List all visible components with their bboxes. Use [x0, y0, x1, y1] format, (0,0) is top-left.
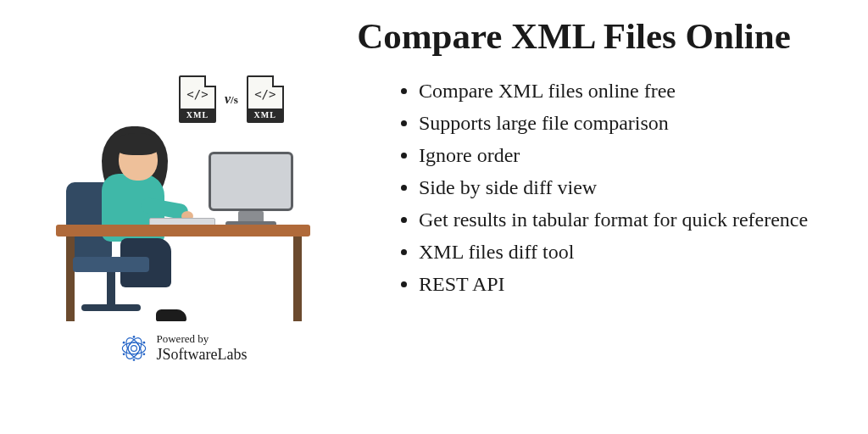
svg-point-6 — [132, 359, 135, 361]
feature-ul: Compare XML files online free Supports l… — [395, 75, 829, 299]
person-hair-front-icon — [114, 133, 161, 155]
monitor-icon — [209, 152, 293, 211]
list-item: Get results in tabular format for quick … — [419, 204, 829, 235]
svg-point-10 — [142, 353, 145, 355]
svg-point-8 — [142, 342, 145, 344]
xml-vs-badges: </> XML v/s </> XML — [179, 75, 284, 123]
person-shoe-icon — [156, 309, 186, 321]
credit-text: Powered by JSoftwareLabs — [157, 333, 248, 364]
feature-list: Compare XML files online free Supports l… — [336, 75, 837, 301]
page: Compare XML Files Online </> XML v/s </>… — [0, 0, 868, 434]
svg-point-4 — [123, 336, 144, 361]
vs-s: /s — [231, 93, 238, 106]
illustration: </> XML v/s </> XML — [47, 75, 319, 330]
illustration-column: </> XML v/s </> XML — [31, 75, 336, 364]
chair-base-icon — [81, 304, 141, 311]
list-item: Side by side diff view — [419, 172, 829, 203]
chair-pole-icon — [107, 272, 115, 306]
list-item: REST API — [419, 269, 829, 299]
xml-code-glyph: </> — [254, 87, 275, 101]
desk-leg-icon — [293, 236, 302, 321]
desk-top-icon — [56, 225, 310, 236]
xml-file-icon: </> XML — [247, 75, 284, 123]
desk-scene — [47, 123, 319, 330]
xml-label: XML — [248, 108, 282, 121]
brand-logo-icon — [120, 334, 148, 363]
svg-point-7 — [122, 342, 125, 344]
credits: Powered by JSoftwareLabs — [120, 333, 248, 364]
svg-point-0 — [131, 345, 136, 351]
xml-code-glyph: </> — [186, 87, 208, 101]
chair-seat-icon — [73, 257, 149, 272]
list-item: Ignore order — [419, 140, 829, 170]
list-item: XML files diff tool — [419, 236, 829, 267]
list-item: Compare XML files online free — [419, 75, 829, 106]
content-row: </> XML v/s </> XML — [31, 75, 837, 364]
list-item: Supports large file comparison — [419, 108, 829, 138]
xml-file-icon: </> XML — [179, 75, 216, 123]
svg-point-9 — [122, 353, 125, 355]
powered-by-label: Powered by — [157, 333, 248, 346]
brand-name: JSoftwareLabs — [157, 346, 248, 364]
xml-label: XML — [181, 108, 214, 121]
svg-point-5 — [132, 336, 135, 338]
vs-label: v/s — [223, 92, 240, 107]
svg-point-2 — [122, 342, 145, 354]
desk-leg-icon — [66, 236, 75, 321]
page-title: Compare XML Files Online — [31, 15, 837, 57]
